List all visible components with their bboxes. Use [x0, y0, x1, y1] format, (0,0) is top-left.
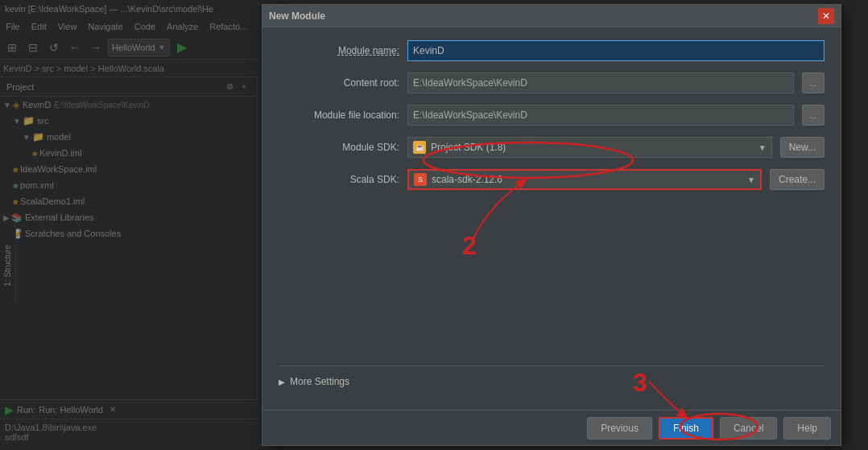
module-file-location-value: E:\IdeaWorkSpace\KevinD [407, 105, 794, 126]
module-sdk-value: Project SDK (1.8) [431, 142, 506, 153]
module-name-row: Module name: [279, 40, 825, 61]
modal-close-button[interactable]: ✕ [818, 8, 834, 24]
new-module-dialog: New Module ✕ Module name: Content root: … [262, 4, 841, 446]
more-settings-toggle[interactable]: ▶ More Settings [279, 373, 825, 390]
sdk-java-icon: ☕ [413, 141, 426, 154]
body-spacer [279, 201, 825, 354]
content-root-label: Content root: [279, 77, 399, 89]
modal-body: Module name: Content root: E:\IdeaWorkSp… [262, 27, 841, 410]
module-name-label: Module name: [279, 45, 399, 56]
content-root-row: Content root: E:\IdeaWorkSpace\KevinD ..… [279, 72, 825, 93]
scala-sdk-dropdown-arrow: ▼ [747, 175, 755, 184]
scala-sdk-value: scala-sdk-2.12.6 [432, 174, 502, 185]
module-name-input[interactable] [407, 40, 825, 61]
more-settings-arrow: ▶ [279, 378, 285, 386]
scala-sdk-create-btn[interactable]: Create... [770, 169, 825, 190]
content-root-browse-btn[interactable]: ... [802, 72, 825, 93]
content-root-value: E:\IdeaWorkSpace\KevinD [407, 72, 794, 93]
module-sdk-dropdown[interactable]: ☕ Project SDK (1.8) ▼ [407, 137, 772, 158]
cancel-button[interactable]: Cancel [720, 417, 777, 440]
modal-title: New Module [269, 10, 325, 22]
scala-sdk-dropdown[interactable]: S scala-sdk-2.12.6 ▼ [407, 169, 762, 190]
previous-button[interactable]: Previous [587, 417, 652, 440]
modal-titlebar: New Module ✕ [262, 5, 841, 27]
scala-sdk-label: Scala SDK: [279, 174, 399, 185]
more-settings-label: More Settings [290, 376, 349, 387]
more-settings-section: ▶ More Settings [279, 365, 825, 397]
module-sdk-label: Module SDK: [279, 142, 399, 153]
finish-button[interactable]: Finish [659, 417, 713, 440]
module-file-location-row: Module file location: E:\IdeaWorkSpace\K… [279, 105, 825, 126]
scala-sdk-row: Scala SDK: S scala-sdk-2.12.6 ▼ Create..… [279, 169, 825, 190]
module-sdk-row: Module SDK: ☕ Project SDK (1.8) ▼ New... [279, 137, 825, 158]
module-sdk-new-btn[interactable]: New... [780, 137, 825, 158]
scala-sdk-icon: S [414, 173, 427, 186]
help-button[interactable]: Help [783, 417, 831, 440]
modal-footer: Previous Finish Cancel Help [262, 410, 841, 445]
sdk-dropdown-arrow: ▼ [758, 143, 767, 152]
module-file-location-browse-btn[interactable]: ... [802, 105, 825, 126]
module-file-location-label: Module file location: [279, 109, 399, 121]
